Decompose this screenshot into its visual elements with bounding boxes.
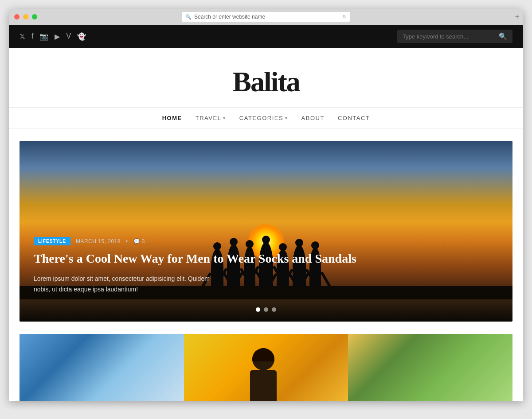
card-image-blue — [20, 334, 184, 401]
person-body-yellow — [250, 370, 277, 401]
card-image-yellow — [184, 334, 348, 401]
new-tab-button[interactable]: + — [515, 12, 520, 22]
slider-dots — [256, 307, 276, 312]
hero-content: LIFESTYLE MARCH 15, 2018 • 💬 3 There's a… — [34, 237, 424, 295]
search-input[interactable] — [403, 33, 495, 40]
hero-excerpt: Lorem ipsum dolor sit amet, consectetur … — [34, 274, 220, 295]
social-icons-group: 𝕏 f 📷 ▶ V 👻 — [20, 32, 86, 41]
person-head-yellow — [252, 348, 274, 370]
post-date: MARCH 15, 2018 — [76, 238, 121, 244]
nav-item-contact[interactable]: CONTACT — [338, 114, 370, 122]
close-button[interactable] — [14, 14, 20, 19]
slider-dot-2[interactable] — [264, 307, 268, 312]
site-header: Balita — [9, 48, 523, 107]
card-1[interactable] — [20, 334, 184, 401]
card-3[interactable] — [348, 334, 512, 401]
browser-window: 🔍 Search or enter website name ↻ + 𝕏 f 📷… — [9, 9, 523, 401]
nav-item-about[interactable]: ABOUT — [301, 114, 325, 122]
person-hair — [252, 348, 274, 361]
cards-row — [20, 334, 512, 401]
instagram-icon[interactable]: 📷 — [39, 32, 48, 41]
hero-title[interactable]: There's a Cool New Way for Men to Wear S… — [34, 251, 424, 267]
nav-item-travel[interactable]: TRAVEL ▾ — [196, 114, 226, 122]
address-bar[interactable]: 🔍 Search or enter website name ↻ — [182, 12, 350, 22]
site-logo[interactable]: Balita — [18, 66, 514, 98]
post-meta: LIFESTYLE MARCH 15, 2018 • 💬 3 — [34, 237, 424, 245]
twitter-icon[interactable]: 𝕏 — [20, 32, 25, 41]
card-image-green — [348, 334, 512, 401]
nav-dropdown-categories: CATEGORIES ▾ — [239, 115, 288, 121]
nav-link-about[interactable]: ABOUT — [301, 115, 325, 121]
post-meta-dot: • — [126, 238, 128, 244]
nav-link-travel[interactable]: TRAVEL ▾ — [196, 115, 226, 121]
hero-slider: LIFESTYLE MARCH 15, 2018 • 💬 3 There's a… — [20, 141, 512, 322]
main-navigation: HOME TRAVEL ▾ CATEGORIES ▾ — [9, 107, 523, 128]
yellow-person-figure — [250, 348, 277, 401]
chevron-down-icon-2: ▾ — [285, 116, 288, 120]
vimeo-icon[interactable]: V — [66, 32, 71, 40]
comment-count: 3 — [142, 238, 145, 244]
nav-dropdown-travel: TRAVEL ▾ — [196, 115, 226, 121]
snapchat-icon[interactable]: 👻 — [77, 32, 86, 41]
address-text: Search or enter website name — [194, 14, 340, 20]
nav-link-home[interactable]: HOME — [162, 115, 182, 121]
browser-titlebar: 🔍 Search or enter website name ↻ + — [9, 9, 523, 25]
nav-link-contact[interactable]: CONTACT — [338, 115, 370, 121]
nav-item-home[interactable]: HOME — [162, 114, 182, 122]
facebook-icon[interactable]: f — [31, 32, 33, 40]
slider-dot-3[interactable] — [272, 307, 276, 312]
post-comments: 💬 3 — [133, 238, 145, 244]
slider-dot-1[interactable] — [256, 307, 260, 312]
topbar: 𝕏 f 📷 ▶ V 👻 🔍 — [9, 25, 523, 48]
comment-icon: 💬 — [133, 238, 140, 244]
nav-items-list: HOME TRAVEL ▾ CATEGORIES ▾ — [162, 114, 370, 122]
search-submit-button[interactable]: 🔍 — [499, 32, 507, 40]
website-content: 𝕏 f 📷 ▶ V 👻 🔍 Balita HOME — [9, 25, 523, 401]
nav-item-categories[interactable]: CATEGORIES ▾ — [239, 114, 288, 122]
address-search-icon: 🔍 — [185, 14, 192, 20]
nav-link-categories[interactable]: CATEGORIES ▾ — [239, 115, 288, 121]
maximize-button[interactable] — [32, 14, 37, 19]
card-2[interactable] — [184, 334, 348, 401]
category-badge[interactable]: LIFESTYLE — [34, 237, 70, 245]
refresh-icon[interactable]: ↻ — [343, 14, 347, 20]
chevron-down-icon: ▾ — [223, 116, 226, 120]
youtube-icon[interactable]: ▶ — [55, 32, 60, 41]
minimize-button[interactable] — [23, 14, 28, 19]
header-search-bar[interactable]: 🔍 — [397, 30, 512, 43]
